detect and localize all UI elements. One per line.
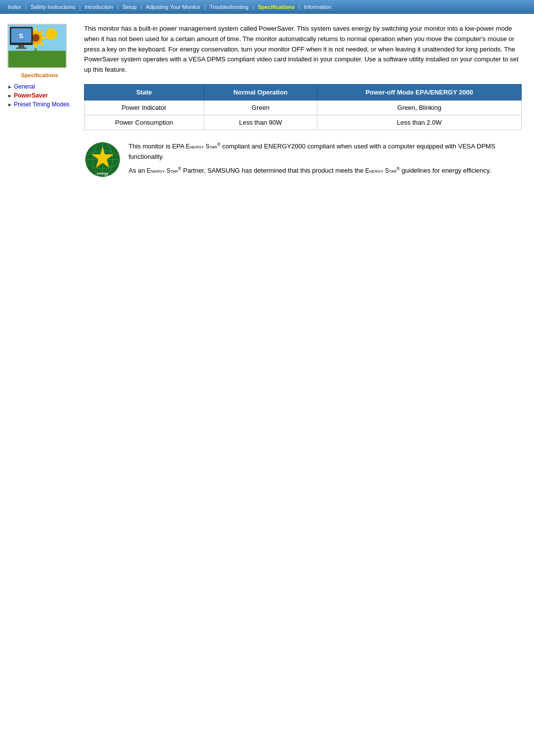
svg-point-8 (41, 37, 46, 40)
svg-text:S: S (19, 32, 23, 40)
energy-text: This monitor is EPA Energy Star® complia… (129, 141, 522, 176)
table-row: Power Indicator Green Green, Blinking (85, 100, 522, 115)
sidebar-item-preset[interactable]: ► Preset Timing Modes (7, 101, 72, 108)
table-row: Power Consumption Less than 90W Less tha… (85, 115, 522, 130)
sidebar-item-powersaver[interactable]: ► PowerSaver (7, 92, 72, 99)
th-poweroff: Power-off Mode EPA/ENERGY 2000 (317, 84, 522, 100)
svg-point-2 (45, 28, 57, 40)
sidebar-link-preset[interactable]: Preset Timing Modes (14, 101, 70, 108)
sidebar-item-general[interactable]: ► General (7, 83, 72, 90)
nav-setup[interactable]: Setup (118, 4, 140, 10)
nav-specifications[interactable]: Specifications (254, 4, 299, 10)
sidebar-monitor-svg: S (8, 24, 66, 68)
energy-star-name-2: Energy Star (147, 167, 178, 174)
sidebar-link-general[interactable]: General (14, 83, 35, 90)
energy-star-svg: energy (84, 141, 121, 178)
arrow-icon-powersaver: ► (7, 93, 12, 98)
energy-para-2: As an Energy Star® Partner, SAMSUNG has … (129, 165, 522, 176)
energy-star-name-1: Energy Star (186, 143, 217, 150)
energy-section: energy This monitor is EPA Energy Star® … (84, 141, 522, 178)
svg-text:energy: energy (97, 172, 108, 176)
reg-mark-2: ® (178, 166, 181, 171)
nav-adjusting[interactable]: Adjusting Your Monitor (142, 4, 204, 10)
svg-point-5 (32, 34, 39, 42)
nav-information[interactable]: Information (300, 4, 335, 10)
navbar: Index | Safety Instructions | Introducti… (0, 0, 534, 14)
sidebar-label: Specifications (7, 72, 72, 78)
td-power-indicator-label: Power Indicator (85, 100, 204, 115)
nav-safety[interactable]: Safety Instructions (27, 4, 80, 10)
td-power-consumption-label: Power Consumption (85, 115, 204, 130)
intro-paragraph: This monitor has a built-in power manage… (84, 24, 522, 75)
energy-star-logo: energy (84, 141, 121, 178)
reg-mark-3: ® (397, 166, 400, 171)
sidebar-link-powersaver[interactable]: PowerSaver (14, 92, 48, 99)
arrow-icon-preset: ► (7, 102, 12, 107)
svg-point-6 (34, 27, 37, 33)
nav-troubleshooting[interactable]: Troubleshooting (206, 4, 252, 10)
nav-index[interactable]: Index (4, 4, 25, 10)
table-header-row: State Normal Operation Power-off Mode EP… (85, 84, 522, 100)
power-table: State Normal Operation Power-off Mode EP… (84, 84, 522, 130)
reg-mark-1: ® (217, 142, 221, 147)
th-normal: Normal Operation (204, 84, 317, 100)
svg-rect-17 (18, 45, 24, 47)
energy-para-1: This monitor is EPA Energy Star® complia… (129, 141, 522, 162)
td-power-consumption-normal: Less than 90W (204, 115, 317, 130)
arrow-icon-general: ► (7, 84, 12, 90)
content-area: This monitor has a built-in power manage… (77, 24, 534, 178)
th-state: State (85, 84, 204, 100)
sidebar-nav: ► General ► PowerSaver ► Preset Timing M… (7, 83, 72, 108)
sidebar: S Specifications ► General ► PowerSaver … (0, 24, 77, 178)
sidebar-image: S (7, 24, 67, 68)
main-layout: S Specifications ► General ► PowerSaver … (0, 14, 534, 188)
nav-intro[interactable]: Introduction (81, 4, 117, 10)
svg-point-10 (34, 43, 37, 48)
svg-rect-18 (16, 47, 26, 49)
td-power-indicator-normal: Green (204, 100, 317, 115)
td-power-indicator-poweroff: Green, Blinking (317, 100, 522, 115)
td-power-consumption-poweroff: Less than 2.0W (317, 115, 522, 130)
energy-star-name-3: Energy Star (365, 167, 397, 174)
svg-rect-1 (8, 51, 66, 68)
